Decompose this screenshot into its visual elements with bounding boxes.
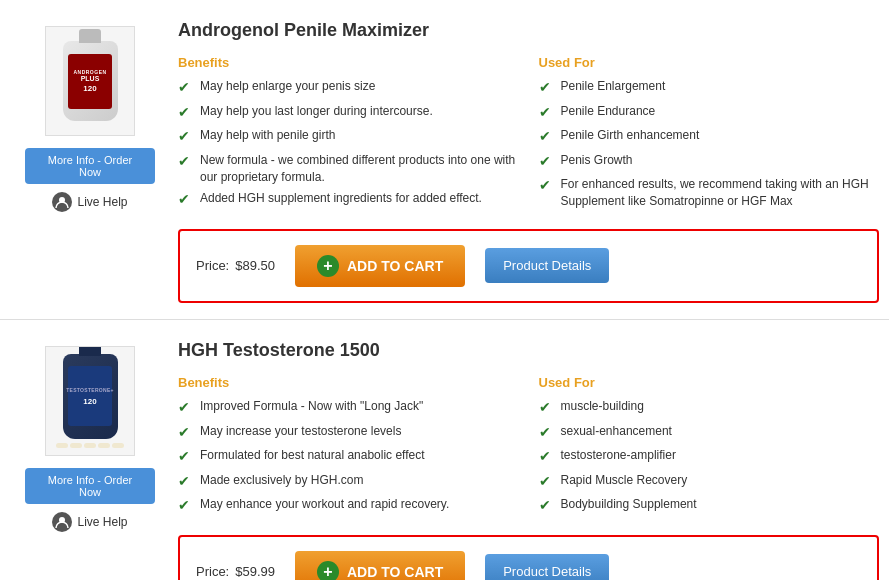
benefits-col-hgh-testosterone: Benefits✔Improved Formula - Now with "Lo… bbox=[178, 375, 539, 521]
used-for-col-hgh-testosterone: Used For✔muscle-building✔sexual-enhancem… bbox=[539, 375, 880, 521]
used-for-item-androgenol-4: ✔For enhanced results, we recommend taki… bbox=[539, 176, 880, 210]
benefit-text: May increase your testosterone levels bbox=[200, 423, 401, 440]
price-label-hgh-testosterone: Price: bbox=[196, 564, 229, 579]
check-icon: ✔ bbox=[178, 447, 194, 467]
check-icon: ✔ bbox=[178, 472, 194, 492]
live-help-hgh-testosterone[interactable]: Live Help bbox=[52, 512, 127, 532]
bottle-graphic: ANDROGEN PLUS 120 bbox=[63, 41, 118, 121]
benefit-text: May enhance your workout and rapid recov… bbox=[200, 496, 449, 513]
used-for-text: For enhanced results, we recommend takin… bbox=[561, 176, 880, 210]
pill bbox=[56, 443, 68, 448]
benefit-text: Added HGH supplement ingredients for add… bbox=[200, 190, 482, 207]
cart-box-androgenol: Price: $89.50 + ADD TO CART Product Deta… bbox=[178, 229, 879, 303]
live-help-label: Live Help bbox=[77, 195, 127, 209]
benefit-item-androgenol-3: ✔New formula - we combined different pro… bbox=[178, 152, 519, 186]
benefits-row-hgh-testosterone: Benefits✔Improved Formula - Now with "Lo… bbox=[178, 375, 879, 521]
benefit-text: Made exclusively by HGH.com bbox=[200, 472, 363, 489]
benefit-text: New formula - we combined different prod… bbox=[200, 152, 519, 186]
benefit-text: May help you last longer during intercou… bbox=[200, 103, 433, 120]
pill bbox=[112, 443, 124, 448]
check-icon: ✔ bbox=[178, 496, 194, 516]
used-for-item-androgenol-0: ✔Penile Enlargement bbox=[539, 78, 880, 98]
benefit-item-androgenol-4: ✔Added HGH supplement ingredients for ad… bbox=[178, 190, 519, 210]
check-icon: ✔ bbox=[539, 127, 555, 147]
right-panel-androgenol: Androgenol Penile MaximizerBenefits✔May … bbox=[170, 16, 879, 303]
product-title-hgh-testosterone: HGH Testosterone 1500 bbox=[178, 340, 879, 361]
plus-circle-icon: + bbox=[317, 561, 339, 580]
used-for-item-androgenol-3: ✔Penis Growth bbox=[539, 152, 880, 172]
used-for-text: Bodybuilding Supplement bbox=[561, 496, 697, 513]
live-help-label: Live Help bbox=[77, 515, 127, 529]
more-info-button-androgenol[interactable]: More Info - Order Now bbox=[25, 148, 155, 184]
check-icon: ✔ bbox=[539, 176, 555, 196]
more-info-button-hgh-testosterone[interactable]: More Info - Order Now bbox=[25, 468, 155, 504]
check-icon: ✔ bbox=[178, 190, 194, 210]
right-panel-hgh-testosterone: HGH Testosterone 1500Benefits✔Improved F… bbox=[170, 336, 879, 580]
used-for-text: muscle-building bbox=[561, 398, 644, 415]
used-for-item-hgh-testosterone-2: ✔testosterone-amplifier bbox=[539, 447, 880, 467]
used-for-item-hgh-testosterone-1: ✔sexual-enhancement bbox=[539, 423, 880, 443]
price-label-androgenol: Price: bbox=[196, 258, 229, 273]
check-icon: ✔ bbox=[539, 472, 555, 492]
used-for-text: testosterone-amplifier bbox=[561, 447, 676, 464]
check-icon: ✔ bbox=[539, 78, 555, 98]
benefit-item-hgh-testosterone-1: ✔May increase your testosterone levels bbox=[178, 423, 519, 443]
benefits-col-androgenol: Benefits✔May help enlarge your penis siz… bbox=[178, 55, 539, 215]
add-to-cart-button-hgh-testosterone[interactable]: + ADD TO CART bbox=[295, 551, 465, 580]
product-title-androgenol: Androgenol Penile Maximizer bbox=[178, 20, 879, 41]
used-for-col-androgenol: Used For✔Penile Enlargement✔Penile Endur… bbox=[539, 55, 880, 215]
add-to-cart-label: ADD TO CART bbox=[347, 564, 443, 580]
used-for-text: Rapid Muscle Recovery bbox=[561, 472, 688, 489]
product-section-androgenol: ANDROGEN PLUS 120 More Info - Order Now … bbox=[0, 0, 889, 320]
add-to-cart-label: ADD TO CART bbox=[347, 258, 443, 274]
benefit-item-hgh-testosterone-4: ✔May enhance your workout and rapid reco… bbox=[178, 496, 519, 516]
cart-box-hgh-testosterone: Price: $59.99 + ADD TO CART Product Deta… bbox=[178, 535, 879, 580]
bottle-label: ANDROGEN PLUS 120 bbox=[68, 54, 112, 109]
pill bbox=[98, 443, 110, 448]
used-for-text: Penile Girth enhancement bbox=[561, 127, 700, 144]
benefit-item-hgh-testosterone-0: ✔Improved Formula - Now with "Long Jack" bbox=[178, 398, 519, 418]
check-icon: ✔ bbox=[178, 152, 194, 172]
plus-circle-icon: + bbox=[317, 255, 339, 277]
bottle-graphic: TESTOSTERONE+ 120 bbox=[63, 354, 118, 439]
left-panel-androgenol: ANDROGEN PLUS 120 More Info - Order Now … bbox=[10, 16, 170, 303]
check-icon: ✔ bbox=[178, 423, 194, 443]
benefits-row-androgenol: Benefits✔May help enlarge your penis siz… bbox=[178, 55, 879, 215]
used-for-item-hgh-testosterone-4: ✔Bodybuilding Supplement bbox=[539, 496, 880, 516]
used-for-text: Penile Endurance bbox=[561, 103, 656, 120]
bottle-with-pills: TESTOSTERONE+ 120 bbox=[56, 354, 124, 448]
used-for-item-androgenol-1: ✔Penile Endurance bbox=[539, 103, 880, 123]
pill bbox=[84, 443, 96, 448]
price-section-androgenol: Price: $89.50 bbox=[196, 258, 275, 273]
used-for-item-hgh-testosterone-0: ✔muscle-building bbox=[539, 398, 880, 418]
used-for-text: Penile Enlargement bbox=[561, 78, 666, 95]
benefit-text: May help enlarge your penis size bbox=[200, 78, 375, 95]
benefit-item-hgh-testosterone-2: ✔Formulated for best natural anabolic ef… bbox=[178, 447, 519, 467]
price-amount-hgh-testosterone: $59.99 bbox=[235, 564, 275, 579]
benefits-heading-androgenol: Benefits bbox=[178, 55, 519, 70]
price-section-hgh-testosterone: Price: $59.99 bbox=[196, 564, 275, 579]
check-icon: ✔ bbox=[178, 78, 194, 98]
check-icon: ✔ bbox=[539, 496, 555, 516]
benefit-text: Formulated for best natural anabolic eff… bbox=[200, 447, 425, 464]
pills bbox=[56, 443, 124, 448]
benefit-text: May help with penile girth bbox=[200, 127, 335, 144]
used-for-text: Penis Growth bbox=[561, 152, 633, 169]
add-to-cart-button-androgenol[interactable]: + ADD TO CART bbox=[295, 245, 465, 287]
check-icon: ✔ bbox=[178, 398, 194, 418]
left-panel-hgh-testosterone: TESTOSTERONE+ 120 More Info - Order Now bbox=[10, 336, 170, 580]
live-help-androgenol[interactable]: Live Help bbox=[52, 192, 127, 212]
live-help-icon bbox=[52, 512, 72, 532]
product-image-androgenol: ANDROGEN PLUS 120 bbox=[45, 26, 135, 136]
benefit-item-androgenol-2: ✔May help with penile girth bbox=[178, 127, 519, 147]
live-help-icon bbox=[52, 192, 72, 212]
benefit-item-androgenol-1: ✔May help you last longer during interco… bbox=[178, 103, 519, 123]
used-for-item-hgh-testosterone-3: ✔Rapid Muscle Recovery bbox=[539, 472, 880, 492]
product-details-button-hgh-testosterone[interactable]: Product Details bbox=[485, 554, 609, 580]
product-image-hgh-testosterone: TESTOSTERONE+ 120 bbox=[45, 346, 135, 456]
benefit-text: Improved Formula - Now with "Long Jack" bbox=[200, 398, 423, 415]
product-details-button-androgenol[interactable]: Product Details bbox=[485, 248, 609, 283]
check-icon: ✔ bbox=[539, 152, 555, 172]
used-for-text: sexual-enhancement bbox=[561, 423, 672, 440]
check-icon: ✔ bbox=[178, 127, 194, 147]
